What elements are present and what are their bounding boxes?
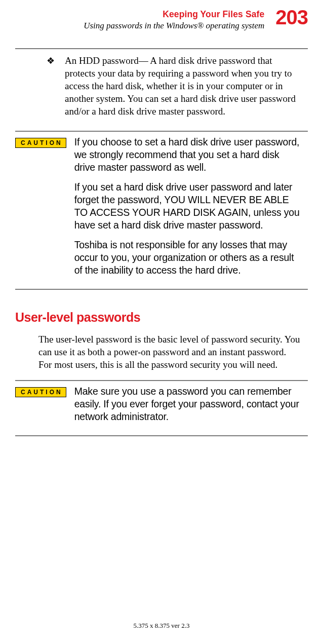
header-text-block: Keeping Your Files Safe Using passwords … [84, 7, 264, 31]
bullet-item: ❖ An HDD password— A hard disk drive pas… [15, 54, 302, 118]
caution-bottom-rule-2 [15, 435, 308, 436]
caution-paragraph: Make sure you use a password you can rem… [74, 385, 302, 423]
caution-text: Make sure you use a password you can rem… [74, 385, 302, 430]
chapter-title: Keeping Your Files Safe [84, 9, 264, 20]
page: Keeping Your Files Safe Using passwords … [0, 0, 323, 644]
bullet-text: An HDD password— A hard disk drive passw… [65, 55, 296, 117]
caution-badge: CAUTION [15, 138, 66, 148]
caution-top-rule-2 [15, 380, 308, 381]
section-title: User-level passwords [15, 310, 308, 325]
caution-top-rule-1 [15, 131, 308, 132]
section-user-level-passwords: User-level passwords The user-level pass… [15, 310, 308, 371]
section-body: The user-level password is the basic lev… [38, 333, 302, 371]
caution-paragraph: If you set a hard disk drive user passwo… [74, 181, 302, 232]
caution-bottom-rule-1 [15, 289, 308, 290]
bullet-icon: ❖ [47, 55, 55, 67]
caution-text: If you choose to set a hard disk drive u… [74, 136, 302, 284]
caution-badge: CAUTION [15, 387, 66, 397]
page-header: Keeping Your Files Safe Using passwords … [15, 7, 308, 31]
page-number: 203 [275, 7, 308, 27]
header-rule [15, 48, 308, 49]
caution-paragraph: Toshiba is not responsible for any losse… [74, 239, 302, 277]
page-footer: 5.375 x 8.375 ver 2.3 [0, 622, 323, 630]
caution-paragraph: If you choose to set a hard disk drive u… [74, 136, 302, 174]
caution-block-1: CAUTION If you choose to set a hard disk… [15, 136, 302, 284]
section-subtitle: Using passwords in the Windows® operatin… [84, 21, 264, 31]
caution-block-2: CAUTION Make sure you use a password you… [15, 385, 302, 430]
